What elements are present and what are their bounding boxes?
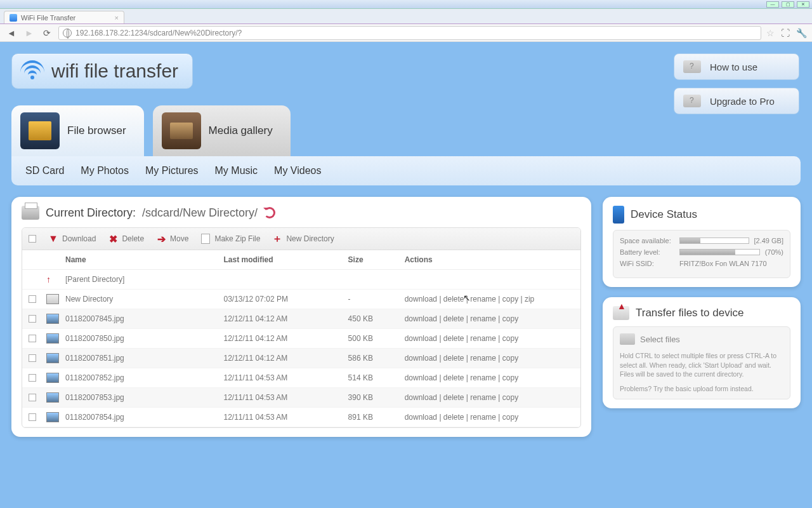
tab-file-browser[interactable]: File browser	[11, 105, 144, 156]
parent-dir-label: [Parent Directory]	[65, 275, 224, 284]
file-size: -	[348, 295, 405, 304]
col-modified[interactable]: Last modified	[224, 255, 348, 264]
table-row[interactable]: 01182007854.jpg12/11/11 04:53 AM891 KBdo…	[22, 408, 580, 427]
browser-tab[interactable]: WiFi File Transfer ×	[4, 11, 124, 23]
howto-label: How to use	[710, 62, 757, 72]
row-checkbox[interactable]	[29, 335, 36, 342]
thumbnail-icon	[46, 412, 59, 422]
subnav: SD Card My Photos My Pictures My Music M…	[11, 156, 801, 185]
device-status-panel: Device Status Space available: [2.49 GB]…	[603, 197, 801, 287]
table-row[interactable]: 01182007845.jpg12/12/11 04:12 AM450 KBdo…	[22, 309, 580, 329]
file-modified: 03/13/12 07:02 PM	[224, 295, 348, 304]
move-button[interactable]: ➔Move	[155, 233, 188, 244]
ssid-label: WiFi SSID:	[620, 260, 674, 267]
subnav-sdcard[interactable]: SD Card	[25, 165, 64, 177]
file-modified: 12/12/11 04:12 AM	[224, 354, 348, 363]
new-directory-button[interactable]: ＋New Directory	[272, 233, 334, 244]
close-button[interactable]: ✕	[797, 1, 809, 8]
file-actions[interactable]: download | delete | rename | copy	[405, 413, 574, 422]
table-row[interactable]: 01182007852.jpg12/11/11 04:53 AM514 KBdo…	[22, 368, 580, 388]
forward-button[interactable]: ►	[23, 27, 36, 39]
file-actions[interactable]: download | delete | rename | copy	[405, 334, 574, 343]
wrench-icon[interactable]: 🔧	[796, 28, 807, 38]
window-titlebar: — ▢ ✕	[0, 0, 812, 9]
table-row[interactable]: 01182007853.jpg12/11/11 04:53 AM390 KBdo…	[22, 388, 580, 408]
row-checkbox[interactable]	[29, 315, 36, 323]
move-icon: ➔	[155, 233, 167, 244]
row-checkbox[interactable]	[29, 295, 36, 303]
file-name: 01182007850.jpg	[65, 334, 224, 343]
upgrade-button[interactable]: Upgrade to Pro	[674, 88, 799, 114]
download-button[interactable]: ▼Download	[48, 233, 96, 244]
wifi-icon	[20, 60, 45, 82]
table-header: Name Last modified Size Actions	[22, 250, 580, 270]
bookmark-star-icon[interactable]: ☆	[766, 28, 775, 38]
transfer-problems-link[interactable]: Problems? Try the basic upload form inst…	[620, 384, 783, 394]
table-row[interactable]: 01182007851.jpg12/12/11 04:12 AM586 KBdo…	[22, 349, 580, 368]
fullscreen-icon[interactable]: ⛶	[781, 28, 790, 38]
favicon	[10, 14, 17, 22]
file-actions[interactable]: download | delete | rename | copy	[405, 314, 574, 323]
row-checkbox[interactable]	[29, 374, 36, 382]
upgrade-label: Upgrade to Pro	[710, 96, 775, 107]
subnav-mypictures[interactable]: My Pictures	[145, 165, 199, 177]
tab-media-gallery[interactable]: Media gallery	[153, 105, 291, 156]
file-name: 01182007852.jpg	[65, 373, 224, 382]
minimize-button[interactable]: —	[766, 1, 779, 8]
thumbnail-icon	[46, 314, 59, 324]
thumbnail-icon	[46, 333, 59, 344]
row-checkbox[interactable]	[29, 413, 36, 421]
col-size[interactable]: Size	[348, 255, 405, 264]
address-bar[interactable]: 192.168.178.22:1234/sdcard/New%20Directo…	[58, 26, 761, 40]
delete-button[interactable]: ✖Delete	[107, 233, 144, 244]
file-toolbar: ▼Download ✖Delete ➔Move Make Zip File ＋N…	[22, 228, 580, 250]
folder-icon	[46, 294, 59, 304]
app-title: wifi file transfer	[51, 60, 178, 82]
select-all-checkbox[interactable]	[29, 235, 36, 243]
tab-close-icon[interactable]: ×	[115, 14, 119, 22]
maximize-button[interactable]: ▢	[782, 1, 794, 8]
select-files-button[interactable]: Select files	[620, 333, 783, 345]
file-size: 586 KB	[348, 354, 405, 363]
subnav-myvideos[interactable]: My Videos	[274, 165, 321, 177]
space-bar	[679, 237, 749, 244]
zip-button[interactable]: Make Zip File	[200, 233, 260, 244]
subnav-myphotos[interactable]: My Photos	[81, 165, 129, 177]
select-files-label: Select files	[640, 335, 680, 344]
file-modified: 12/11/11 04:53 AM	[224, 373, 348, 382]
current-dir-path: /sdcard/New Directory/	[142, 206, 258, 220]
media-gallery-icon	[162, 112, 201, 149]
zip-icon	[200, 233, 211, 244]
file-modified: 12/11/11 04:53 AM	[224, 393, 348, 402]
file-size: 450 KB	[348, 314, 405, 323]
transfer-panel: Transfer files to device Select files Ho…	[603, 297, 801, 408]
file-actions[interactable]: download | delete | rename | copy	[405, 354, 574, 363]
tab-label: File browser	[67, 124, 126, 137]
col-name[interactable]: Name	[65, 255, 224, 264]
row-checkbox[interactable]	[29, 394, 36, 401]
ssid-value: FRITZ!Box Fon WLAN 7170	[679, 260, 783, 267]
device-status-title: Device Status	[631, 208, 697, 221]
back-button[interactable]: ◄	[5, 27, 18, 39]
url-text: 192.168.178.22:1234/sdcard/New%20Directo…	[75, 29, 242, 37]
file-size: 891 KB	[348, 413, 405, 422]
thumbnail-icon	[46, 353, 59, 363]
parent-directory-row[interactable]: ↑ [Parent Directory]	[22, 270, 580, 290]
file-size: 514 KB	[348, 373, 405, 382]
file-name: 01182007854.jpg	[65, 413, 224, 422]
table-row[interactable]: 01182007850.jpg12/12/11 04:12 AM500 KBdo…	[22, 329, 580, 349]
reload-button[interactable]: ⟳	[41, 27, 53, 39]
thumbnail-icon	[46, 373, 59, 383]
file-actions[interactable]: download | delete | rename | copy	[405, 373, 574, 382]
col-actions: Actions	[405, 255, 574, 264]
subnav-mymusic[interactable]: My Music	[215, 165, 258, 177]
upload-icon	[613, 306, 629, 320]
file-actions[interactable]: download | delete | rename | copy | zip	[405, 295, 574, 304]
table-row[interactable]: New Directory03/13/12 07:02 PM-download …	[22, 290, 580, 309]
download-icon: ▼	[48, 233, 59, 244]
row-checkbox[interactable]	[29, 354, 36, 362]
refresh-icon[interactable]	[264, 207, 275, 218]
howto-button[interactable]: How to use	[674, 53, 799, 80]
file-actions[interactable]: download | delete | rename | copy	[405, 393, 574, 402]
transfer-help-text: Hold CTRL to select multiple files or pr…	[620, 351, 783, 379]
